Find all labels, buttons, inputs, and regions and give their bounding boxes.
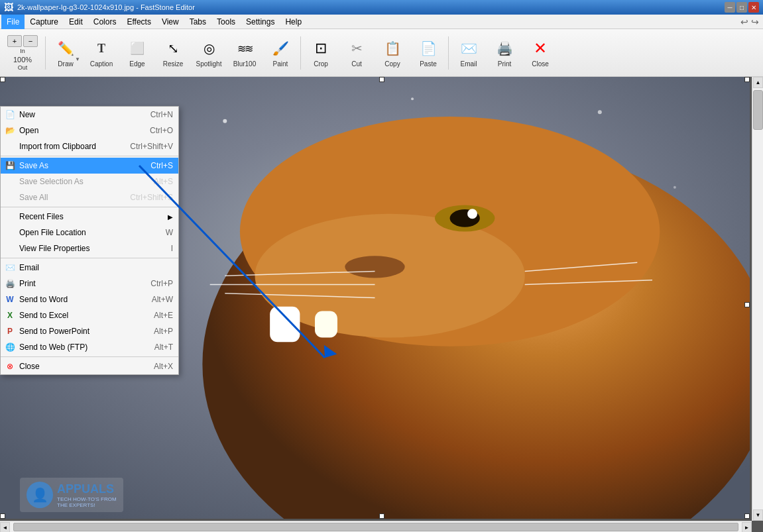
menu-item-send-powerpoint[interactable]: P Send to PowerPoint Alt+P xyxy=(1,323,178,339)
menu-item-email[interactable]: ✉️ Email xyxy=(1,260,178,276)
spotlight-button[interactable]: ◎ Spotlight xyxy=(192,32,226,74)
paste-button[interactable]: 📄 Paste xyxy=(411,32,445,74)
menu-edit[interactable]: Edit xyxy=(64,15,88,29)
zoom-in-button[interactable]: + xyxy=(7,35,22,47)
scroll-down-button[interactable]: ▼ xyxy=(753,509,763,521)
title-controls: ─ □ ✕ xyxy=(725,2,759,13)
menu-tabs[interactable]: Tabs xyxy=(184,15,211,29)
selection-handle-bl[interactable] xyxy=(0,513,5,519)
resize-button[interactable]: ⤡ Resize xyxy=(156,32,190,74)
svg-point-2 xyxy=(411,97,414,100)
svg-point-1 xyxy=(223,119,227,123)
cut-label: Cut xyxy=(351,60,362,68)
selection-handle-tr[interactable] xyxy=(744,77,750,82)
saveas-icon: 💾 xyxy=(5,160,15,171)
scroll-right-button[interactable]: ► xyxy=(742,522,752,532)
zoom-value: 100% xyxy=(13,56,32,64)
edge-button[interactable]: ⬜ Edge xyxy=(120,32,154,74)
close-menu-icon: ⊗ xyxy=(5,361,15,372)
blur-label: Blur100 xyxy=(233,60,256,68)
menu-settings[interactable]: Settings xyxy=(241,15,280,29)
menu-item-close[interactable]: ⊗ Close Alt+X xyxy=(1,358,178,374)
menu-item-send-web[interactable]: 🌐 Send to Web (FTP) Alt+T xyxy=(1,339,178,355)
spotlight-label: Spotlight xyxy=(196,60,222,68)
draw-dropdown-arrow: ▼ xyxy=(75,56,80,62)
selection-handle-tl[interactable] xyxy=(0,77,5,82)
undo-button[interactable]: ↩ xyxy=(740,17,748,27)
zoom-out-label: Out xyxy=(18,64,28,71)
blur-icon: ≋≋ xyxy=(234,38,255,59)
copy-button[interactable]: 📋 Copy xyxy=(375,32,410,74)
resize-icon: ⤡ xyxy=(162,38,184,59)
menu-item-new[interactable]: 📄 New Ctrl+N xyxy=(1,107,178,123)
print-toolbar-label: Print xyxy=(498,60,512,68)
zoom-out-button[interactable]: − xyxy=(23,35,38,47)
crop-button[interactable]: ⊡ Crop xyxy=(304,32,338,74)
close-toolbar-button[interactable]: ✕ Close xyxy=(523,32,558,74)
menu-item-recent-files[interactable]: Recent Files ▶ xyxy=(1,209,178,225)
email-toolbar-button[interactable]: ✉️ Email xyxy=(451,32,486,74)
close-toolbar-icon: ✕ xyxy=(530,38,551,59)
selection-handle-br[interactable] xyxy=(744,513,750,519)
resize-label: Resize xyxy=(163,60,184,68)
draw-label: Draw xyxy=(58,60,73,68)
scroll-thumb-v[interactable] xyxy=(753,90,763,130)
scroll-thumb-h[interactable] xyxy=(13,523,738,531)
menu-capture[interactable]: Capture xyxy=(25,15,64,29)
menu-item-send-word[interactable]: W Send to Word Alt+W xyxy=(1,292,178,307)
edge-icon: ⬜ xyxy=(127,38,148,59)
paste-icon: 📄 xyxy=(418,38,439,59)
scroll-up-button[interactable]: ▲ xyxy=(753,77,763,88)
maximize-button[interactable]: □ xyxy=(736,2,747,13)
blur100-button[interactable]: ≋≋ Blur100 xyxy=(227,32,262,74)
new-icon: 📄 xyxy=(5,109,15,120)
menu-help[interactable]: Help xyxy=(280,15,307,29)
caption-button[interactable]: T Caption xyxy=(84,32,119,74)
horizontal-scrollbar[interactable]: ◄ ► xyxy=(0,521,752,532)
app-icon: 🖼 xyxy=(4,2,13,13)
selection-handle-mr[interactable] xyxy=(744,302,750,307)
menu-item-view-properties[interactable]: View File Properties I xyxy=(1,240,178,256)
svg-point-11 xyxy=(345,256,404,278)
menu-tools[interactable]: Tools xyxy=(211,15,241,29)
file-dropdown-menu: 📄 New Ctrl+N 📂 Open Ctrl+O Import from C… xyxy=(0,106,179,375)
menu-file[interactable]: File xyxy=(1,15,25,29)
menu-view[interactable]: View xyxy=(156,15,184,29)
minimize-button[interactable]: ─ xyxy=(725,2,735,13)
scroll-left-button[interactable]: ◄ xyxy=(0,522,10,532)
caption-label: Caption xyxy=(90,60,113,68)
cut-button[interactable]: ✂ Cut xyxy=(339,32,374,74)
print-toolbar-button[interactable]: 🖨️ Print xyxy=(487,32,522,74)
menu-item-open[interactable]: 📂 Open Ctrl+O xyxy=(1,123,178,138)
paint-button[interactable]: 🖌️ Paint xyxy=(263,32,298,74)
menu-item-send-excel[interactable]: X Send to Excel Alt+E xyxy=(1,307,178,323)
svg-rect-13 xyxy=(315,311,337,338)
title-text: 2k-wallpaper-lg-g3-02-1024x910.jpg - Fas… xyxy=(17,3,195,11)
draw-button[interactable]: ✏️ Draw ▼ xyxy=(48,32,83,74)
menu-item-import[interactable]: Import from Clipboard Ctrl+Shift+V xyxy=(1,138,178,154)
selection-handle-bc[interactable] xyxy=(379,513,384,519)
menu-item-save-all: Save All Ctrl+Shift+S xyxy=(1,189,178,205)
word-menu-icon: W xyxy=(5,294,15,305)
title-bar-left: 🖼 2k-wallpaper-lg-g3-02-1024x910.jpg - F… xyxy=(4,2,195,13)
vertical-scrollbar[interactable]: ▲ ▼ xyxy=(752,77,763,521)
menu-divider-3 xyxy=(1,258,178,258)
close-toolbar-label: Close xyxy=(532,60,549,68)
open-folder-icon: 📂 xyxy=(5,125,15,136)
menu-item-open-location[interactable]: Open File Location W xyxy=(1,225,178,240)
window-close-button[interactable]: ✕ xyxy=(748,2,759,13)
menu-item-save-as[interactable]: 💾 Save As Ctrl+S xyxy=(1,158,178,174)
selection-handle-tc[interactable] xyxy=(379,77,384,82)
menu-colors[interactable]: Colors xyxy=(88,15,122,29)
menu-divider-2 xyxy=(1,207,178,207)
redo-button[interactable]: ↪ xyxy=(751,17,759,27)
toolbar-sep1 xyxy=(45,36,46,70)
zoom-area: + − In 100% Out xyxy=(3,35,42,71)
menu-divider-4 xyxy=(1,356,178,357)
menu-item-print[interactable]: 🖨️ Print Ctrl+P xyxy=(1,276,178,292)
email-menu-icon: ✉️ xyxy=(5,262,15,273)
print-toolbar-icon: 🖨️ xyxy=(494,38,515,59)
email-toolbar-label: Email xyxy=(460,60,477,68)
menu-effects[interactable]: Effects xyxy=(121,15,156,29)
ppt-menu-icon: P xyxy=(5,326,15,337)
